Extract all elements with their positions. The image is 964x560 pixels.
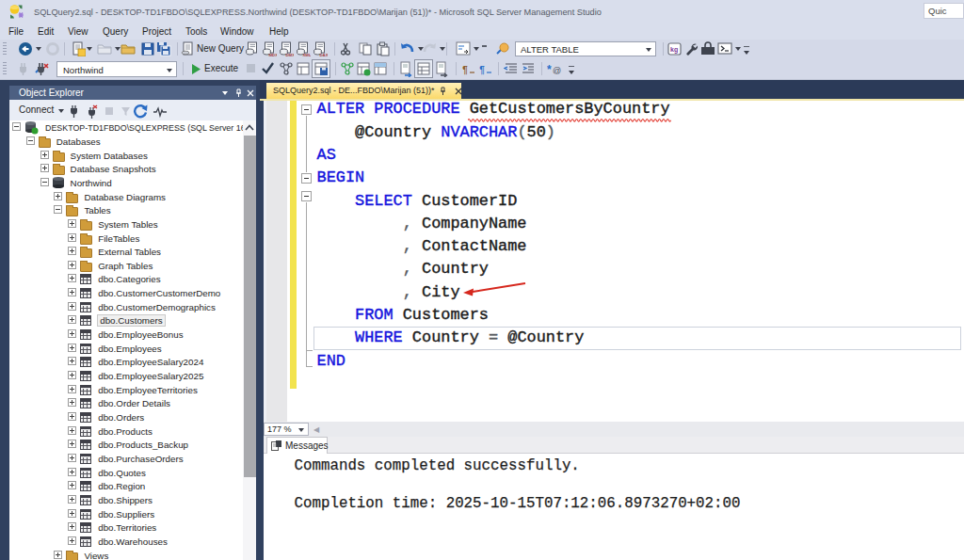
svg-text:¶: ¶ bbox=[479, 65, 485, 75]
svg-text:@: @ bbox=[553, 66, 561, 75]
svg-text:DMX: DMX bbox=[286, 53, 295, 56]
svg-text:¶: ¶ bbox=[462, 65, 468, 75]
svg-text:MDX: MDX bbox=[269, 53, 278, 56]
svg-text:kg: kg bbox=[670, 46, 678, 54]
svg-text:*: * bbox=[547, 63, 552, 76]
svg-text:DAX: DAX bbox=[320, 53, 329, 56]
svg-text:XMLA: XMLA bbox=[303, 53, 312, 56]
